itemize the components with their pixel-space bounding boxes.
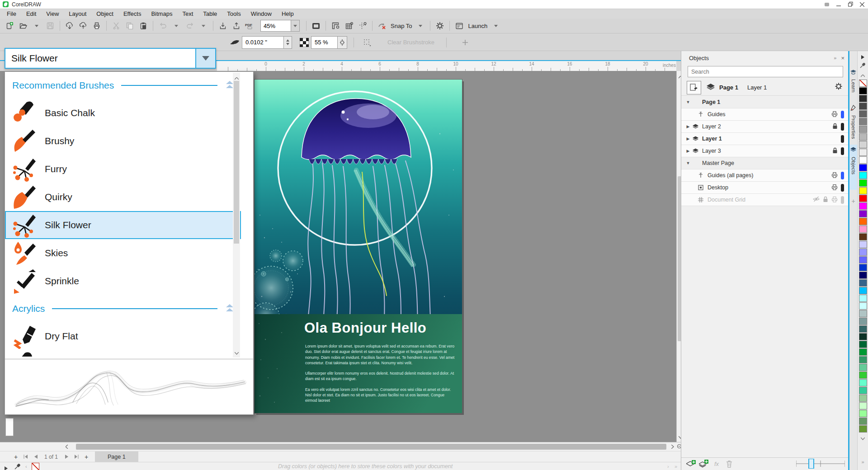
docker-options-gear-icon[interactable]	[835, 82, 843, 93]
launch-dropdown-icon[interactable]	[490, 20, 502, 32]
transparency-slider-button[interactable]	[338, 36, 347, 49]
palette-eyedropper-icon[interactable]	[860, 62, 866, 70]
restore-button[interactable]	[844, 0, 856, 9]
palette-scroll-left-icon[interactable]: ‹	[25, 464, 27, 469]
no-fill-swatch[interactable]	[32, 463, 39, 470]
nib-size-field[interactable]	[242, 36, 284, 49]
color-swatch[interactable]	[859, 402, 867, 409]
tree-caret-icon[interactable]: ▶	[685, 149, 691, 153]
layer-color-pill[interactable]	[841, 147, 844, 155]
color-swatch[interactable]	[859, 249, 867, 256]
snap-dropdown-icon[interactable]	[415, 20, 426, 32]
palette-scroll-right-icon[interactable]: ›	[667, 464, 669, 469]
new-master-layer-button[interactable]	[698, 459, 710, 470]
layer-color-pill[interactable]	[841, 135, 844, 143]
lock-icon[interactable]	[832, 147, 838, 155]
snap-to-button[interactable]: Snap To	[391, 23, 412, 29]
color-swatch[interactable]	[859, 295, 867, 302]
launch-button[interactable]: Launch	[468, 23, 487, 29]
menu-window[interactable]: Window	[246, 9, 277, 18]
color-swatch[interactable]	[859, 164, 867, 171]
menu-table[interactable]: Table	[198, 9, 222, 18]
color-swatch[interactable]	[859, 287, 867, 294]
tree-caret-icon[interactable]: ▼	[685, 161, 691, 165]
add-brush-button[interactable]	[459, 37, 471, 48]
tab-objects[interactable]: Objects	[849, 145, 857, 190]
tree-caret-icon[interactable]: ▶	[685, 136, 691, 141]
menu-bitmaps[interactable]: Bitmaps	[146, 9, 177, 18]
close-button[interactable]	[856, 0, 868, 9]
brush-item[interactable]: Furry	[5, 155, 241, 183]
cut-button[interactable]	[110, 20, 122, 32]
save-button[interactable]	[44, 20, 56, 32]
color-swatch[interactable]	[859, 341, 867, 348]
color-swatch[interactable]	[859, 379, 867, 386]
color-swatch[interactable]	[859, 302, 867, 310]
undo-button[interactable]	[157, 20, 169, 32]
color-swatch[interactable]	[859, 133, 867, 141]
paste-button[interactable]	[137, 20, 149, 32]
first-page-button[interactable]	[21, 452, 31, 461]
brush-item[interactable]: Quirky	[5, 183, 241, 211]
horizontal-scroll-thumb[interactable]	[76, 444, 666, 450]
previous-page-button[interactable]	[31, 452, 41, 461]
tree-row-layer-3[interactable]: ▶Layer 3	[681, 145, 849, 157]
brush-item[interactable]: Brushy	[5, 127, 241, 155]
new-document-button[interactable]	[4, 20, 15, 32]
color-swatch[interactable]	[859, 395, 867, 402]
color-swatch[interactable]	[859, 310, 867, 317]
color-swatch[interactable]	[859, 264, 867, 271]
publish-pdf-button[interactable]: PDF	[244, 20, 256, 32]
last-page-button[interactable]	[71, 452, 81, 461]
add-docker-tab-button[interactable]: +	[849, 196, 857, 206]
search-input[interactable]	[688, 66, 843, 77]
undo-dropdown-icon[interactable]	[170, 20, 182, 32]
palette-more-icon[interactable]: »	[675, 464, 677, 469]
layer-color-pill[interactable]	[841, 196, 844, 204]
import-button[interactable]	[217, 20, 229, 32]
layer-color-pill[interactable]	[841, 111, 844, 118]
menu-tools[interactable]: Tools	[222, 9, 245, 18]
color-swatch[interactable]	[859, 272, 867, 279]
color-swatch[interactable]	[859, 410, 867, 417]
palette-scroll-down-icon[interactable]	[861, 434, 865, 442]
tree-row-page-1[interactable]: ▼Page 1	[681, 96, 849, 108]
color-swatch[interactable]	[859, 202, 867, 210]
eyeoff-icon[interactable]	[813, 196, 820, 203]
zoom-level-input[interactable]	[261, 21, 291, 31]
scroll-right-icon[interactable]	[669, 443, 676, 450]
nib-size-input[interactable]	[242, 37, 283, 48]
tree-row-document-grid[interactable]: Document Grid	[681, 194, 849, 206]
transparency-field[interactable]	[311, 36, 338, 49]
printer-icon[interactable]	[831, 184, 838, 192]
color-swatch[interactable]	[859, 356, 867, 363]
options-button[interactable]	[434, 20, 446, 32]
next-page-button[interactable]	[61, 452, 71, 461]
color-swatch[interactable]	[859, 110, 867, 118]
brush-item[interactable]: Silk Flower	[5, 211, 241, 239]
full-screen-preview-button[interactable]	[310, 20, 322, 32]
brush-item[interactable]: Skies	[5, 239, 241, 267]
brush-item[interactable]: Sprinkle	[5, 267, 241, 295]
open-button[interactable]	[17, 20, 29, 32]
eyedropper-icon[interactable]	[14, 463, 21, 470]
tree-row-guides[interactable]: Guides	[681, 108, 849, 121]
tree-caret-icon[interactable]: ▼	[685, 100, 691, 104]
zoom-dropdown-icon[interactable]	[291, 20, 299, 31]
brush-item[interactable]: Basic Chalk	[5, 99, 241, 127]
cloud-upload-button[interactable]	[77, 20, 89, 32]
color-swatch[interactable]	[859, 141, 867, 148]
tree-caret-icon[interactable]: ▶	[685, 124, 691, 129]
export-button[interactable]	[231, 20, 242, 32]
color-swatch[interactable]	[859, 325, 867, 333]
new-layer-button[interactable]	[685, 459, 698, 470]
minimize-button[interactable]	[833, 0, 844, 9]
color-swatch[interactable]	[859, 126, 867, 133]
color-swatch[interactable]	[859, 103, 867, 110]
color-swatch[interactable]	[859, 179, 867, 187]
color-swatch[interactable]	[859, 218, 867, 225]
printer-icon[interactable]	[831, 172, 838, 179]
menu-view[interactable]: View	[41, 9, 64, 18]
color-swatch[interactable]	[859, 241, 867, 248]
brush-list-scrollbar[interactable]	[233, 73, 240, 357]
